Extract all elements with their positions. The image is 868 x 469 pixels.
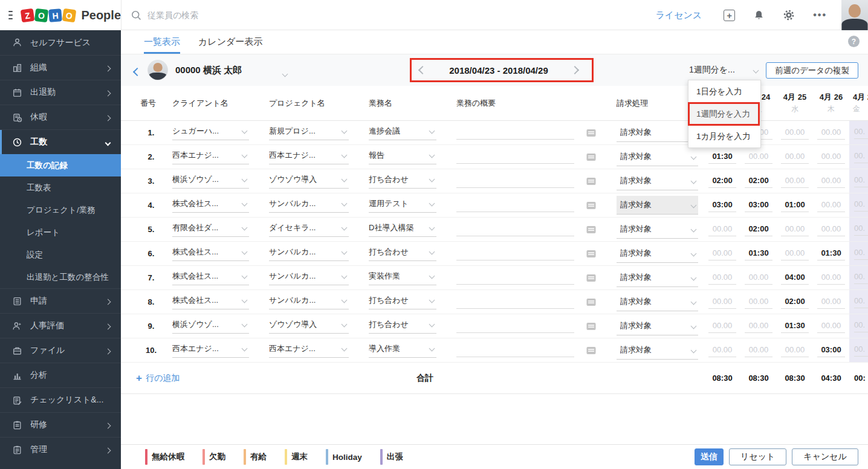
time-cell[interactable]: 01:00 [777,199,813,212]
menu-item-one-week[interactable]: 1週間分を入力 [688,103,760,125]
description-input[interactable] [456,223,574,236]
cancel-button[interactable]: キャンセル [792,448,858,465]
settings-gear-icon[interactable] [783,9,795,21]
sidebar-item-training[interactable]: 研修 [0,412,121,437]
time-cell[interactable]: 00.00 [704,271,740,285]
project-select[interactable]: サンバルカ... [269,295,349,309]
billing-select[interactable]: 請求対象 [617,147,698,166]
project-select[interactable]: 西本エナジ... [269,343,349,358]
task-select[interactable]: 導入作業 [369,343,436,358]
project-select[interactable]: サンバルカ... [269,247,349,261]
time-cell[interactable]: 03:00 [740,199,777,212]
description-input[interactable] [456,271,574,285]
billing-select[interactable]: 請求対象 [617,341,698,360]
project-select[interactable]: サンバルカ... [269,271,349,285]
employee-name[interactable]: 00000 横浜 太郎 [175,65,242,76]
time-cell-weekend[interactable]: 00. [849,218,868,241]
reset-button[interactable]: リセット [729,448,786,465]
notes-icon[interactable] [586,153,611,161]
description-input[interactable] [456,150,574,164]
time-cell[interactable]: 00.00 [740,296,777,309]
notifications-bell-icon[interactable] [753,10,765,21]
tab-calendar-view[interactable]: カレンダー表示 [198,30,262,54]
tab-list-view[interactable]: 一覧表示 [144,30,180,54]
add-icon[interactable]: + [724,10,735,21]
time-cell[interactable]: 00.00 [777,344,813,357]
sidebar-item-files[interactable]: ファイル [0,338,121,363]
project-select[interactable]: 西本エナジ... [269,150,349,164]
sidebar-item-レポート[interactable]: レポート [0,221,121,244]
description-input[interactable] [456,296,574,309]
employee-chevron-icon[interactable] [283,68,287,79]
client-select[interactable]: 西本エナジ... [172,150,249,164]
client-select[interactable]: 西本エナジ... [172,343,249,358]
time-cell[interactable]: 00.00 [777,150,813,164]
time-cell[interactable]: 00.00 [740,320,777,333]
task-select[interactable]: 打ち合わせ [369,247,436,261]
time-cell[interactable]: 03:00 [704,199,740,212]
add-row-button[interactable]: +行の追加 [121,372,263,384]
time-cell-weekend[interactable]: 00. [849,145,868,169]
time-cell[interactable]: 00.00 [777,126,813,140]
description-input[interactable] [456,247,574,260]
task-select[interactable]: 打ち合わせ [369,319,436,334]
prev-week-icon[interactable] [417,62,428,78]
client-select[interactable]: 株式会社ス... [172,198,249,213]
time-cell[interactable]: 00.00 [813,175,849,188]
time-cell[interactable]: 00.00 [813,296,849,309]
time-cell[interactable]: 00.00 [704,223,740,236]
sidebar-item-attendance[interactable]: 出退勤 [0,80,121,105]
time-cell-weekend[interactable]: 00. [849,266,868,289]
billing-select[interactable]: 請求対象 [617,268,698,287]
time-cell[interactable]: 00.00 [813,320,849,333]
time-cell-weekend[interactable]: 00. [849,242,868,265]
task-select[interactable]: 実装作業 [369,271,436,285]
user-avatar[interactable] [841,0,868,30]
time-cell[interactable]: 00.00 [813,150,849,164]
license-link[interactable]: ライセンス [655,10,702,21]
task-select[interactable]: 報告 [369,150,436,164]
copy-previous-week-button[interactable]: 前週のデータの複製 [766,62,858,79]
hamburger-menu-icon[interactable] [8,9,13,22]
notes-icon[interactable] [586,298,611,306]
sidebar-item-checklist[interactable]: チェックリスト&... [0,387,121,412]
notes-icon[interactable] [586,177,611,186]
client-select[interactable]: 株式会社ス... [172,247,249,261]
project-select[interactable]: ゾウゾウ導入 [269,319,349,334]
notes-icon[interactable] [586,250,611,258]
client-select[interactable]: 株式会社ス... [172,271,249,285]
project-select[interactable]: ゾウゾウ導入 [269,174,349,189]
back-icon[interactable] [134,66,140,77]
project-select[interactable]: ダイセキラ... [269,222,349,237]
time-cell[interactable]: 00.00 [777,175,813,188]
period-select[interactable]: 1週間分を... [688,62,760,78]
notes-icon[interactable] [586,225,611,234]
billing-select[interactable]: 請求対象 [617,196,698,215]
billing-select[interactable]: 請求対象 [617,293,698,311]
sidebar-item-timesheet[interactable]: 工数 [0,129,121,154]
billing-select[interactable]: 請求対象 [617,244,698,263]
time-cell[interactable]: 00.00 [813,271,849,285]
sidebar-item-プロジェクト/業務[interactable]: プロジェクト/業務 [0,199,121,221]
client-select[interactable]: 横浜ゾウゾ... [172,319,249,334]
time-cell[interactable]: 01:30 [777,320,813,333]
project-select[interactable]: サンバルカ... [269,198,349,213]
sidebar-item-工数表[interactable]: 工数表 [0,176,121,199]
time-cell[interactable]: 00.00 [813,126,849,140]
time-cell[interactable]: 00.00 [813,223,849,236]
sidebar-item-request[interactable]: 申請 [0,288,121,313]
search-input[interactable] [147,10,401,20]
notes-icon[interactable] [586,346,611,355]
description-input[interactable] [456,320,574,333]
time-cell-weekend[interactable]: 00. [849,193,868,217]
time-cell[interactable]: 00.00 [704,320,740,333]
description-input[interactable] [456,126,574,140]
time-cell[interactable]: 00.00 [704,296,740,309]
next-week-icon[interactable] [569,62,580,78]
billing-select[interactable]: 請求対象 [617,172,698,190]
description-input[interactable] [456,175,574,188]
time-cell-weekend[interactable]: 00. [849,169,868,193]
sidebar-item-analytics[interactable]: 分析 [0,363,121,387]
task-select[interactable]: 打ち合わせ [369,295,436,309]
sidebar-item-工数の記録[interactable]: 工数の記録 [0,154,121,176]
